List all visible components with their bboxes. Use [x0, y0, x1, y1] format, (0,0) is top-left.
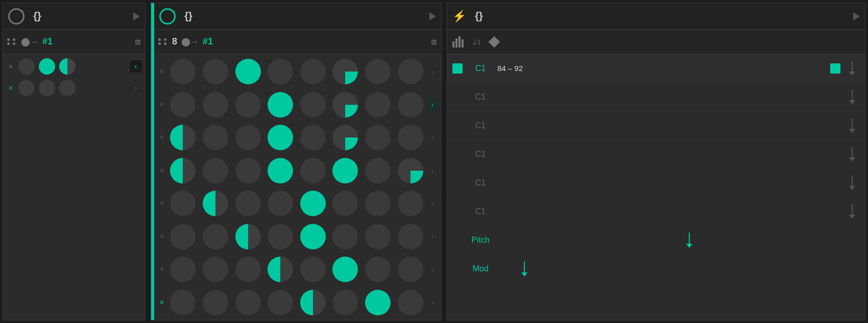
midi-range-6[interactable]: [493, 197, 845, 225]
gc-8-4[interactable]: [268, 290, 293, 315]
midi-row-pitch[interactable]: Pitch: [447, 226, 865, 255]
gc-4-8[interactable]: [398, 158, 423, 183]
grid-x-3[interactable]: ×: [156, 133, 167, 142]
pitch-slider[interactable]: [686, 233, 692, 248]
cell-2-1[interactable]: [17, 79, 36, 97]
gc-6-7[interactable]: [365, 224, 391, 249]
cell-1-2[interactable]: [38, 57, 56, 76]
gc-7-2[interactable]: [203, 257, 228, 282]
gc-1-6[interactable]: [332, 59, 358, 84]
grid-nav-8[interactable]: ›: [426, 296, 439, 309]
midi-row-4[interactable]: C1: [447, 140, 865, 169]
gc-8-5[interactable]: [300, 290, 326, 315]
gc-2-8[interactable]: [398, 92, 423, 118]
grid-x-2[interactable]: ×: [156, 100, 167, 109]
gc-5-5[interactable]: [300, 191, 326, 216]
bars-icon[interactable]: [452, 36, 464, 48]
midi-row-6[interactable]: C1: [447, 197, 865, 226]
gc-2-2[interactable]: [203, 92, 228, 118]
gc-7-1[interactable]: [170, 257, 196, 282]
midi-range-3[interactable]: [493, 111, 845, 140]
gc-7-7[interactable]: [365, 257, 391, 282]
gc-4-7[interactable]: [365, 158, 391, 183]
gc-4-1[interactable]: [170, 158, 196, 183]
midi-range-mod[interactable]: [493, 255, 845, 283]
midi-range-4[interactable]: [493, 140, 845, 168]
grid-x-7[interactable]: ×: [156, 265, 167, 274]
midi-row-2[interactable]: C1: [447, 83, 865, 111]
gc-7-6[interactable]: [332, 257, 358, 282]
mod-slider[interactable]: [521, 261, 527, 276]
gc-5-1[interactable]: [170, 191, 196, 216]
nav-left-1[interactable]: ‹: [130, 60, 142, 73]
right-curly-icon[interactable]: {}: [471, 9, 487, 24]
gc-3-7[interactable]: [365, 125, 391, 150]
gc-4-6[interactable]: [332, 158, 358, 183]
grid-nav-3[interactable]: ›: [426, 131, 439, 144]
gc-1-7[interactable]: [365, 59, 391, 84]
gc-3-2[interactable]: [203, 125, 228, 150]
gc-3-5[interactable]: [300, 125, 326, 150]
midi-row-1[interactable]: C1 84 – 92: [447, 54, 865, 83]
midi-range-5[interactable]: [493, 169, 845, 197]
gc-5-6[interactable]: [332, 191, 358, 216]
midi-row-3[interactable]: C1: [447, 111, 865, 140]
cell-2-3[interactable]: [58, 79, 77, 97]
gc-1-2[interactable]: [203, 59, 228, 84]
gc-7-3[interactable]: [235, 257, 261, 282]
gc-5-7[interactable]: [365, 191, 391, 216]
midi-range-1[interactable]: 84 – 92: [493, 54, 830, 82]
gc-2-7[interactable]: [365, 92, 391, 118]
gc-4-3[interactable]: [235, 158, 261, 183]
mute-btn-2[interactable]: ×: [6, 84, 15, 92]
grid-x-5[interactable]: ×: [156, 199, 167, 208]
gc-8-1[interactable]: [170, 290, 196, 315]
expand-icon[interactable]: ⊠: [135, 38, 141, 46]
gc-7-5[interactable]: [300, 257, 326, 282]
gc-5-3[interactable]: [235, 191, 261, 216]
cell-1-1[interactable]: [17, 57, 36, 76]
gc-2-4[interactable]: [268, 92, 293, 118]
grid-x-4[interactable]: ×: [156, 166, 167, 175]
middle-curly-icon[interactable]: {}: [181, 9, 196, 24]
gc-6-3[interactable]: [235, 224, 261, 249]
gc-2-3[interactable]: [235, 92, 261, 118]
cell-1-3[interactable]: [58, 57, 77, 76]
midi-range-pitch[interactable]: [493, 226, 845, 254]
gc-8-2[interactable]: [203, 290, 228, 315]
gc-3-1[interactable]: [170, 125, 196, 150]
gc-1-1[interactable]: [170, 59, 196, 84]
midi-range-2[interactable]: [493, 83, 845, 111]
gc-8-3[interactable]: [235, 290, 261, 315]
gc-8-8[interactable]: [398, 290, 423, 315]
gc-7-4[interactable]: [268, 257, 293, 282]
play-button[interactable]: [133, 12, 140, 20]
cell-2-2[interactable]: [38, 79, 56, 97]
grid-nav-7[interactable]: ›: [426, 263, 439, 276]
midi-knob-1[interactable]: [830, 63, 840, 74]
middle-play-button[interactable]: [429, 12, 436, 20]
gc-3-4[interactable]: [268, 125, 293, 150]
right-play-button[interactable]: [853, 12, 860, 20]
grid-x-8[interactable]: ×: [156, 298, 167, 307]
grid-x-6[interactable]: ×: [156, 232, 167, 241]
mute-btn-1[interactable]: ×: [6, 62, 15, 71]
gc-4-5[interactable]: [300, 158, 326, 183]
gc-8-7[interactable]: [365, 290, 391, 315]
gc-1-5[interactable]: [300, 59, 326, 84]
middle-expand-icon[interactable]: ⊠: [431, 38, 437, 46]
curly-brace-icon[interactable]: {}: [30, 9, 45, 24]
grid-nav-2[interactable]: ‹: [426, 98, 439, 111]
note-icon[interactable]: ♩↕: [473, 37, 481, 47]
grid-nav-6[interactable]: ›: [426, 230, 439, 243]
gc-3-8[interactable]: [398, 125, 423, 150]
gc-2-1[interactable]: [170, 92, 196, 118]
grid-nav-4[interactable]: ›: [426, 164, 439, 177]
gc-5-8[interactable]: [398, 191, 423, 216]
gc-3-3[interactable]: [235, 125, 261, 150]
gc-1-3[interactable]: [235, 59, 261, 84]
nav-right-2[interactable]: ›: [130, 82, 142, 94]
gc-4-4[interactable]: [268, 158, 293, 183]
grid-nav-1[interactable]: ›: [426, 65, 439, 78]
gc-6-2[interactable]: [203, 224, 228, 249]
